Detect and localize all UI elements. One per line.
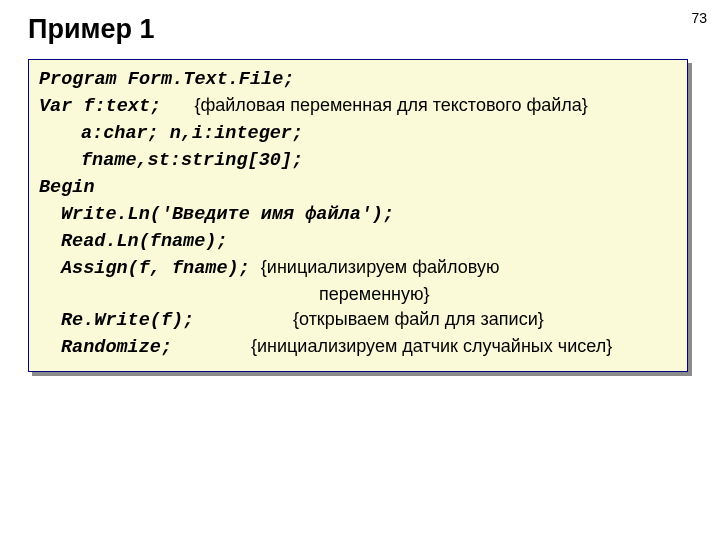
code-line: fname,st:string[30];: [81, 150, 303, 171]
code-line: Var f:text;: [39, 96, 161, 117]
code-box: Program Form.Text.File; Var f:text; {фай…: [28, 59, 688, 372]
code-line: Program Form.Text.File;: [39, 69, 294, 90]
code-line: Write.Ln('Введите имя файла');: [61, 204, 394, 225]
code-line: Re.Write(f);: [61, 309, 293, 334]
page-number: 73: [691, 10, 707, 26]
code-box-wrap: Program Form.Text.File; Var f:text; {фай…: [28, 59, 688, 372]
code-line: a:char; n,i:integer;: [81, 123, 303, 144]
code-comment: переменную}: [319, 284, 430, 304]
code-line: Assign(f, fname);: [61, 258, 250, 279]
code-line: Begin: [39, 177, 95, 198]
code-comment: {инициализируем датчик случайных чисел}: [251, 336, 612, 356]
code-comment: {файловая переменная для текстового файл…: [194, 95, 587, 115]
code-line: Read.Ln(fname);: [61, 231, 228, 252]
code-spacer: [161, 96, 194, 117]
slide-title: Пример 1: [28, 14, 700, 45]
code-comment: {открываем файл для записи}: [293, 309, 544, 329]
slide: 73 Пример 1 Program Form.Text.File; Var …: [0, 0, 720, 392]
code-spacer: [250, 258, 261, 279]
code-comment: {инициализируем файловую: [261, 257, 500, 277]
code-line: Randomize;: [61, 336, 251, 361]
